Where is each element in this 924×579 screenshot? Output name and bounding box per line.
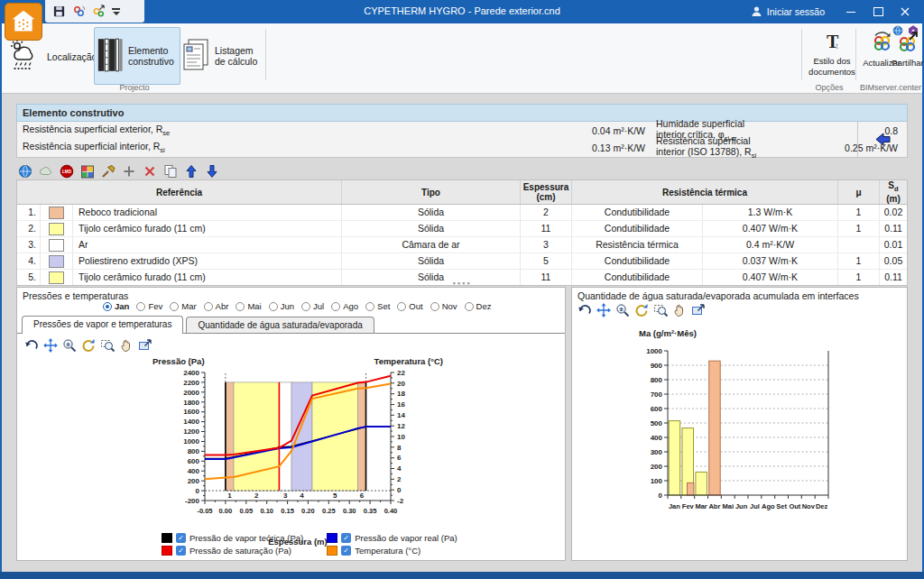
row-number: 4. xyxy=(17,253,41,269)
legend-swatch xyxy=(327,546,337,556)
tab-pressoes-vapor[interactable]: Pressões de vapor e temperaturas xyxy=(22,316,183,334)
bimserver-share-button[interactable] xyxy=(92,5,106,18)
svg-text:0.00: 0.00 xyxy=(219,507,233,515)
report-document-icon xyxy=(181,38,210,74)
month-option-ago[interactable]: Ago xyxy=(331,301,358,311)
month-option-jun[interactable]: Jun xyxy=(269,301,294,311)
application-menu-button[interactable] xyxy=(5,3,42,41)
pan-icon[interactable] xyxy=(672,303,687,317)
wall-layers-icon xyxy=(97,37,124,75)
table-row[interactable]: 1.Reboco tradicionalSólida2Condutibilida… xyxy=(17,205,907,220)
zoom-previous-icon[interactable] xyxy=(24,338,39,353)
table-row[interactable]: 3.ArCâmara de ar3Resistência térmica0.4 … xyxy=(17,236,907,253)
globe-icon[interactable] xyxy=(18,164,32,179)
estilo-documentos-button[interactable]: Tt Estilo dosdocumentos xyxy=(805,29,859,85)
svg-text:0.40: 0.40 xyxy=(384,507,398,515)
bimserver-sync-button[interactable] xyxy=(72,5,86,18)
month-option-mai[interactable]: Mai xyxy=(236,301,261,311)
layer-thickness: 11 xyxy=(521,221,572,236)
water-chart-toolbar: ± xyxy=(578,303,706,317)
zoom-extents-icon[interactable] xyxy=(43,338,58,353)
move-up-icon[interactable] xyxy=(184,164,199,179)
legend-checkbox[interactable]: ✓ xyxy=(176,546,186,556)
table-row[interactable]: 2.Tijolo cerâmico furado (11 cm)Sólida11… xyxy=(17,220,907,236)
svg-text:Jun: Jun xyxy=(735,502,748,510)
svg-text:0.25: 0.25 xyxy=(322,507,336,515)
copy-icon[interactable] xyxy=(163,164,178,179)
svg-text:-200: -200 xyxy=(185,497,200,505)
svg-text:Nov: Nov xyxy=(802,502,816,510)
maximize-button[interactable] xyxy=(864,0,892,23)
svg-text:800: 800 xyxy=(188,447,200,455)
month-option-nov[interactable]: Nov xyxy=(430,301,457,311)
radio-icon xyxy=(236,302,245,311)
svg-text:Ma (g/m²·Mês): Ma (g/m²·Mês) xyxy=(639,328,697,338)
redraw-icon[interactable] xyxy=(81,338,96,353)
radio-icon xyxy=(430,302,439,311)
month-selector: JanFevMarAbrMaiJunJulAgoSetOutNovDez xyxy=(103,301,491,311)
svg-text:10: 10 xyxy=(397,433,405,441)
pan-icon[interactable] xyxy=(119,338,134,353)
save-button[interactable] xyxy=(52,5,66,18)
month-option-abr[interactable]: Abr xyxy=(204,301,229,311)
back-arrow-button[interactable] xyxy=(857,122,907,157)
month-option-mar[interactable]: Mar xyxy=(170,301,196,311)
maximize-icon xyxy=(873,7,883,16)
move-down-icon[interactable] xyxy=(205,164,219,179)
pressures-panel: Pressões e temperaturas JanFevMarAbrMaiJ… xyxy=(16,287,566,561)
partilhar-button[interactable]: Partilhar xyxy=(886,29,924,85)
close-button[interactable] xyxy=(892,0,919,23)
zoom-window-icon[interactable] xyxy=(653,303,668,317)
bimserver-group-label: BIMserver.center xyxy=(857,83,924,92)
tools-icon[interactable] xyxy=(101,164,116,179)
export-image-icon[interactable] xyxy=(691,303,706,317)
radio-icon xyxy=(465,302,474,311)
layer-reference: Poliestireno extrudido (XPS) xyxy=(73,253,342,269)
layer-sd: 0.02 xyxy=(880,205,907,220)
month-option-out[interactable]: Out xyxy=(397,301,422,311)
table-panel-splitter[interactable]: ▪▪▪▪ xyxy=(16,280,908,287)
month-option-jan[interactable]: Jan xyxy=(103,301,129,311)
tab-quantidade-agua[interactable]: Quantidade de água saturada/evaporada xyxy=(186,317,374,333)
svg-text:2: 2 xyxy=(397,475,402,483)
zoom-in-out-icon[interactable]: ± xyxy=(62,338,77,353)
svg-text:200: 200 xyxy=(651,463,663,471)
legend-checkbox[interactable]: ✓ xyxy=(341,533,351,543)
table-row[interactable]: 4.Poliestireno extrudido (XPS)Sólida5Con… xyxy=(17,253,907,269)
customize-toolbar-dropdown[interactable] xyxy=(112,7,121,16)
sign-in-button[interactable]: Iniciar sessão xyxy=(751,0,825,23)
month-option-dez[interactable]: Dez xyxy=(465,301,492,311)
add-icon[interactable] xyxy=(122,164,136,179)
legend-label: Pressão de vapor teórica (Pa) xyxy=(189,533,303,543)
redraw-icon[interactable] xyxy=(634,303,649,317)
month-option-jul[interactable]: Jul xyxy=(301,301,324,311)
lmd-icon[interactable]: LMD xyxy=(60,164,74,179)
header-referencia: Referência xyxy=(17,180,342,204)
listagem-calculo-button[interactable]: Listagemde cálculo xyxy=(179,27,267,85)
zoom-extents-icon[interactable] xyxy=(596,303,611,317)
header-resistencia: Resistência térmica xyxy=(572,180,838,204)
layer-resistance-value: 1.3 W/m·K xyxy=(703,205,838,220)
quick-access-toolbar xyxy=(45,0,144,23)
zoom-window-icon[interactable] xyxy=(100,338,115,353)
zoom-previous-icon[interactable] xyxy=(578,303,592,317)
layer-thickness: 2 xyxy=(521,205,572,220)
radio-icon xyxy=(204,302,213,311)
zoom-in-out-icon[interactable]: ± xyxy=(615,303,630,317)
delete-icon[interactable] xyxy=(143,164,157,179)
layers-table-header: Referência Tipo Espessura(cm) Resistênci… xyxy=(17,180,907,205)
svg-text:400: 400 xyxy=(651,434,663,442)
legend-checkbox[interactable]: ✓ xyxy=(341,546,351,556)
svg-text:1800: 1800 xyxy=(183,399,199,407)
svg-text:0.05: 0.05 xyxy=(239,507,253,515)
legend-checkbox[interactable]: ✓ xyxy=(176,533,186,543)
month-option-fev[interactable]: Fev xyxy=(136,301,162,311)
elemento-construtivo-button[interactable]: Elementoconstrutivo xyxy=(94,27,180,85)
month-option-set[interactable]: Set xyxy=(365,301,390,311)
legend-swatch xyxy=(162,533,172,543)
cloud-icon[interactable] xyxy=(39,164,53,179)
svg-text:6: 6 xyxy=(360,492,365,500)
minimize-button[interactable] xyxy=(837,0,864,23)
materials-icon[interactable] xyxy=(80,164,95,179)
export-image-icon[interactable] xyxy=(138,338,152,353)
